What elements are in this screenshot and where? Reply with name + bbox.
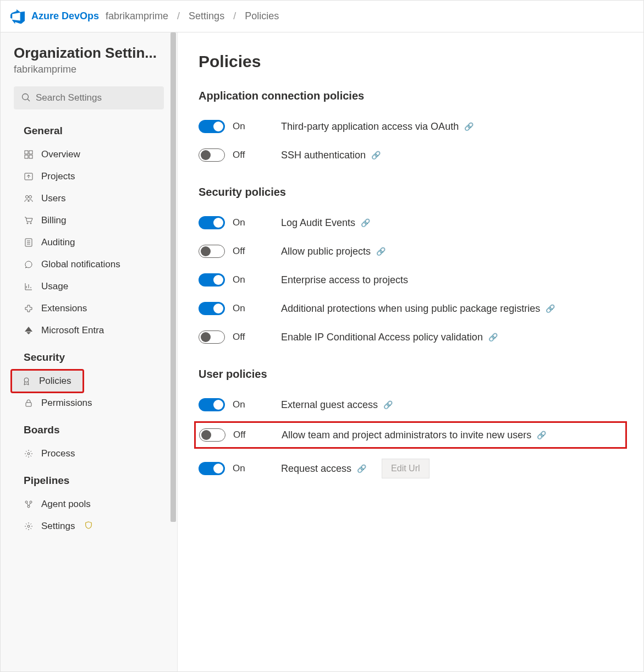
toggle-state: Off — [233, 429, 245, 440]
policy-row-ip-conditional: Off Enable IP Conditional Access policy … — [199, 323, 623, 351]
chart-icon — [24, 282, 34, 291]
breadcrumb-org[interactable]: fabrikamprime — [106, 10, 168, 22]
link-icon[interactable]: 🔗 — [357, 464, 366, 473]
sidebar-item-settings[interactable]: Settings — [14, 515, 164, 537]
svg-point-18 — [25, 501, 27, 503]
section-user-policies: User policies — [199, 368, 623, 381]
nav-label: Overview — [41, 149, 80, 160]
nav-label: Settings — [41, 521, 75, 532]
nav-label: Extensions — [41, 303, 87, 314]
group-security: Security — [24, 351, 164, 363]
nav-label: Microsoft Entra — [41, 325, 104, 336]
sidebar: Organization Settin... fabrikamprime Gen… — [1, 32, 178, 671]
svg-point-20 — [27, 505, 30, 508]
policy-label: Enable IP Conditional Access policy vali… — [281, 332, 483, 343]
policy-row-invite-users: Off Allow team and project administrator… — [194, 421, 627, 449]
badge-icon — [21, 376, 31, 386]
sidebar-subtitle: fabrikamprime — [14, 64, 164, 75]
svg-point-19 — [30, 501, 32, 503]
shield-icon — [85, 521, 92, 532]
sidebar-item-extensions[interactable]: Extensions — [14, 298, 164, 320]
page-title: Policies — [199, 52, 623, 71]
link-icon[interactable]: 🔗 — [488, 333, 498, 341]
svg-point-17 — [27, 453, 30, 455]
svg-point-9 — [27, 223, 28, 224]
toggle-ip-conditional[interactable] — [199, 331, 225, 344]
breadcrumb-settings[interactable]: Settings — [189, 10, 224, 22]
toggle-request-access[interactable] — [199, 462, 225, 475]
settings-icon — [24, 521, 34, 531]
search-settings-input[interactable] — [14, 86, 164, 109]
nav-label: Usage — [41, 281, 68, 292]
sidebar-item-usage[interactable]: Usage — [14, 276, 164, 298]
sidebar-item-users[interactable]: Users — [14, 188, 164, 210]
sidebar-item-overview[interactable]: Overview — [14, 144, 164, 166]
nav-label: Agent pools — [41, 499, 91, 510]
policy-row-guest-access: On External guest access 🔗 — [199, 390, 623, 419]
svg-point-0 — [23, 93, 29, 100]
cart-icon — [24, 216, 34, 225]
sidebar-item-microsoft-entra[interactable]: Microsoft Entra — [14, 320, 164, 341]
grid-icon — [24, 150, 34, 159]
toggle-guest-access[interactable] — [199, 398, 225, 411]
toggle-package-registries[interactable] — [199, 302, 225, 315]
svg-rect-3 — [29, 151, 32, 154]
svg-point-8 — [29, 196, 32, 199]
svg-point-7 — [26, 196, 29, 199]
sidebar-item-policies[interactable]: Policies — [12, 370, 83, 392]
toggle-public-projects[interactable] — [199, 245, 225, 258]
policy-label: Request access — [281, 463, 351, 475]
link-icon[interactable]: 🔗 — [546, 304, 555, 313]
toggle-state: On — [233, 399, 245, 410]
policy-row-oauth: On Third-party application access via OA… — [199, 112, 623, 141]
group-pipelines: Pipelines — [24, 475, 164, 487]
link-icon[interactable]: 🔗 — [464, 122, 474, 131]
link-icon[interactable]: 🔗 — [376, 247, 386, 256]
toggle-audit[interactable] — [199, 216, 225, 229]
gear-icon — [24, 449, 34, 459]
sidebar-item-billing[interactable]: Billing — [14, 210, 164, 232]
breadcrumb-separator: / — [233, 10, 236, 22]
policy-label: Log Audit Events — [281, 217, 355, 229]
group-general: General — [24, 125, 164, 137]
link-icon[interactable]: 🔗 — [361, 218, 370, 227]
sidebar-item-agent-pools[interactable]: Agent pools — [14, 493, 164, 515]
toggle-state: Off — [233, 332, 245, 343]
toggle-oauth[interactable] — [199, 120, 225, 133]
upload-icon — [24, 172, 34, 181]
scrollbar-thumb[interactable] — [170, 32, 176, 522]
search-icon — [21, 93, 30, 103]
toggle-state: Off — [233, 246, 245, 257]
brand-name[interactable]: Azure DevOps — [31, 10, 99, 22]
entra-icon — [24, 326, 34, 335]
link-icon[interactable]: 🔗 — [383, 400, 393, 409]
svg-rect-4 — [25, 155, 28, 158]
section-security-policies: Security policies — [199, 186, 623, 199]
users-icon — [24, 194, 34, 203]
svg-rect-2 — [25, 151, 28, 154]
link-icon[interactable]: 🔗 — [371, 151, 381, 159]
sidebar-item-auditing[interactable]: Auditing — [14, 232, 164, 254]
sidebar-item-global-notifications[interactable]: Global notifications — [14, 254, 164, 276]
lock-icon — [24, 398, 34, 408]
breadcrumb-policies[interactable]: Policies — [245, 10, 279, 22]
policy-row-audit: On Log Audit Events 🔗 — [199, 208, 623, 237]
toggle-enterprise-access[interactable] — [199, 273, 225, 287]
sidebar-item-process[interactable]: Process — [14, 443, 164, 465]
group-boards: Boards — [24, 424, 164, 436]
sidebar-item-projects[interactable]: Projects — [14, 166, 164, 188]
toggle-state: Off — [233, 150, 245, 161]
edit-url-button[interactable]: Edit Url — [382, 459, 429, 478]
link-icon[interactable]: 🔗 — [537, 431, 546, 439]
toggle-state: On — [233, 463, 245, 474]
svg-point-15 — [24, 378, 29, 382]
toggle-state: On — [233, 217, 245, 228]
sidebar-item-permissions[interactable]: Permissions — [14, 392, 164, 414]
toggle-ssh[interactable] — [199, 148, 225, 162]
nav-label: Policies — [39, 376, 71, 387]
nav-label: Projects — [41, 171, 75, 182]
toggle-invite-users[interactable] — [199, 428, 225, 442]
nav-label: Process — [41, 448, 75, 459]
search-field[interactable] — [36, 92, 156, 103]
policy-label: Allow team and project administrators to… — [282, 429, 531, 441]
